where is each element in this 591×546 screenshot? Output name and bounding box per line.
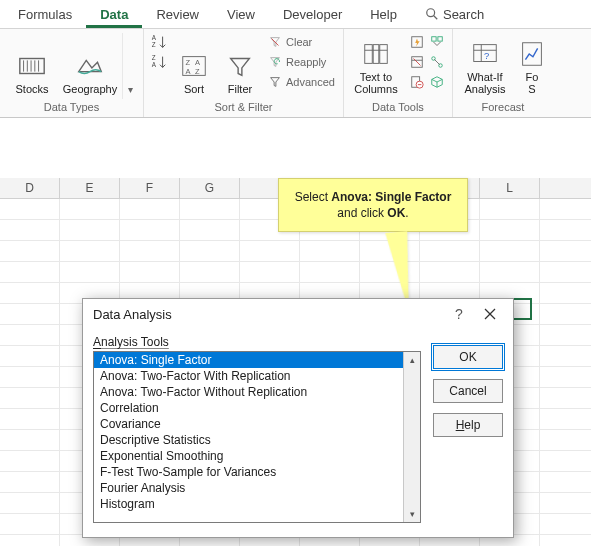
analysis-tools-listbox[interactable]: Anova: Single Factor Anova: Two-Factor W… <box>94 352 403 522</box>
filter-button[interactable]: Filter <box>220 33 260 95</box>
group-label-datatypes: Data Types <box>44 99 99 115</box>
sort-asc-button[interactable]: AZ <box>150 33 168 51</box>
what-if-icon: ? <box>470 39 500 69</box>
dialog-help-button[interactable]: ? <box>445 301 473 327</box>
svg-line-27 <box>413 59 420 66</box>
svg-text:Z: Z <box>152 54 156 61</box>
group-forecast: ? What-If Analysis Fo S Forecast <box>453 29 553 117</box>
data-analysis-dialog: Data Analysis ? AAnalysis Toolsnalysis T… <box>82 298 514 538</box>
svg-text:Z: Z <box>152 41 156 48</box>
svg-rect-18 <box>365 45 373 64</box>
tab-formulas[interactable]: Formulas <box>4 3 86 28</box>
svg-rect-23 <box>432 37 436 41</box>
close-icon <box>484 308 496 320</box>
svg-text:A: A <box>186 67 191 76</box>
list-item[interactable]: Histogram <box>94 496 403 512</box>
spreadsheet[interactable]: D E F G K L Select Anova: Single Factor … <box>0 118 591 546</box>
list-item[interactable]: Descriptive Statistics <box>94 432 403 448</box>
list-item[interactable]: F-Test Two-Sample for Variances <box>94 464 403 480</box>
col-header[interactable]: L <box>480 178 540 198</box>
instruction-callout: Select Anova: Single Factor and click OK… <box>278 178 468 232</box>
text-to-columns-button[interactable]: Text to Columns <box>350 33 402 95</box>
reapply-icon <box>268 55 282 69</box>
relationships-icon <box>430 55 444 69</box>
group-label-forecast: Forecast <box>482 99 525 115</box>
clear-icon <box>268 35 282 49</box>
data-types-overflow[interactable]: ▾ <box>122 33 137 99</box>
svg-line-1 <box>434 16 438 20</box>
svg-line-30 <box>434 59 439 64</box>
group-sort-filter: AZ ZA ZAAZ Sort Filter Clear Reapply Adv… <box>144 29 344 117</box>
listbox-label: AAnalysis Toolsnalysis Tools <box>93 335 421 349</box>
dialog-titlebar: Data Analysis ? <box>83 299 513 329</box>
remove-duplicates-icon <box>410 55 424 69</box>
svg-rect-24 <box>438 37 442 41</box>
flash-fill-icon <box>410 35 424 49</box>
data-validation-button[interactable] <box>408 73 426 91</box>
advanced-button[interactable]: Advanced <box>266 73 337 91</box>
clear-button[interactable]: Clear <box>266 33 337 51</box>
forecast-sheet-button[interactable]: Fo S <box>517 33 547 95</box>
sort-asc-icon: AZ <box>150 32 168 52</box>
data-model-button[interactable] <box>428 73 446 91</box>
stocks-button[interactable]: Stocks <box>6 33 58 95</box>
tab-developer[interactable]: Developer <box>269 3 356 28</box>
svg-text:Z: Z <box>195 67 200 76</box>
col-header[interactable]: D <box>0 178 60 198</box>
filter-icon <box>225 51 255 81</box>
scroll-up-icon[interactable]: ▴ <box>404 352 420 368</box>
svg-text:A: A <box>152 61 157 68</box>
relationships-button[interactable] <box>428 53 446 71</box>
col-header[interactable]: F <box>120 178 180 198</box>
group-label-datatools: Data Tools <box>372 99 424 115</box>
list-item[interactable]: Anova: Single Factor <box>94 352 403 368</box>
list-item[interactable]: Exponential Smoothing <box>94 448 403 464</box>
group-label-sortfilter: Sort & Filter <box>214 99 272 115</box>
ribbon: Stocks Geography ▾ Data Types AZ ZA ZAAZ… <box>0 29 591 118</box>
dialog-close-button[interactable] <box>473 301 507 327</box>
list-item[interactable]: Fourier Analysis <box>94 480 403 496</box>
group-data-types: Stocks Geography ▾ Data Types <box>0 29 144 117</box>
tab-help[interactable]: Help <box>356 3 411 28</box>
geography-icon <box>75 51 105 81</box>
scroll-down-icon[interactable]: ▾ <box>404 506 420 522</box>
data-validation-icon <box>410 75 424 89</box>
svg-point-0 <box>427 9 435 17</box>
geography-button[interactable]: Geography <box>64 33 116 95</box>
col-header[interactable]: G <box>180 178 240 198</box>
list-item[interactable]: Anova: Two-Factor Without Replication <box>94 384 403 400</box>
stocks-icon <box>17 51 47 81</box>
tab-review[interactable]: Review <box>142 3 213 28</box>
list-item[interactable]: Anova: Two-Factor With Replication <box>94 368 403 384</box>
reapply-button[interactable]: Reapply <box>266 53 337 71</box>
list-item[interactable]: Correlation <box>94 400 403 416</box>
consolidate-icon <box>430 35 444 49</box>
help-button[interactable]: HelpHelp <box>433 413 503 437</box>
list-item[interactable]: Covariance <box>94 416 403 432</box>
svg-text:?: ? <box>484 51 489 61</box>
svg-rect-20 <box>380 45 388 64</box>
ok-button[interactable]: OK <box>433 345 503 369</box>
search-icon <box>425 7 439 21</box>
svg-rect-19 <box>373 45 379 64</box>
tab-view[interactable]: View <box>213 3 269 28</box>
dialog-title: Data Analysis <box>93 307 172 322</box>
sort-desc-icon: ZA <box>150 52 168 72</box>
listbox-scrollbar[interactable]: ▴ ▾ <box>403 352 420 522</box>
sort-icon: ZAAZ <box>179 51 209 81</box>
what-if-button[interactable]: ? What-If Analysis <box>459 33 511 95</box>
flash-fill-button[interactable] <box>408 33 426 51</box>
col-header[interactable]: E <box>60 178 120 198</box>
tab-search[interactable]: Search <box>411 3 498 28</box>
tab-data[interactable]: Data <box>86 3 142 28</box>
remove-duplicates-button[interactable] <box>408 53 426 71</box>
forecast-sheet-icon <box>517 39 547 69</box>
advanced-icon <box>268 75 282 89</box>
sort-button[interactable]: ZAAZ Sort <box>174 33 214 95</box>
sort-desc-button[interactable]: ZA <box>150 53 168 71</box>
cancel-button[interactable]: Cancel <box>433 379 503 403</box>
group-data-tools: Text to Columns Data Tools <box>344 29 453 117</box>
svg-rect-38 <box>523 43 542 66</box>
ribbon-tabs: Formulas Data Review View Developer Help… <box>0 0 591 29</box>
consolidate-button[interactable] <box>428 33 446 51</box>
